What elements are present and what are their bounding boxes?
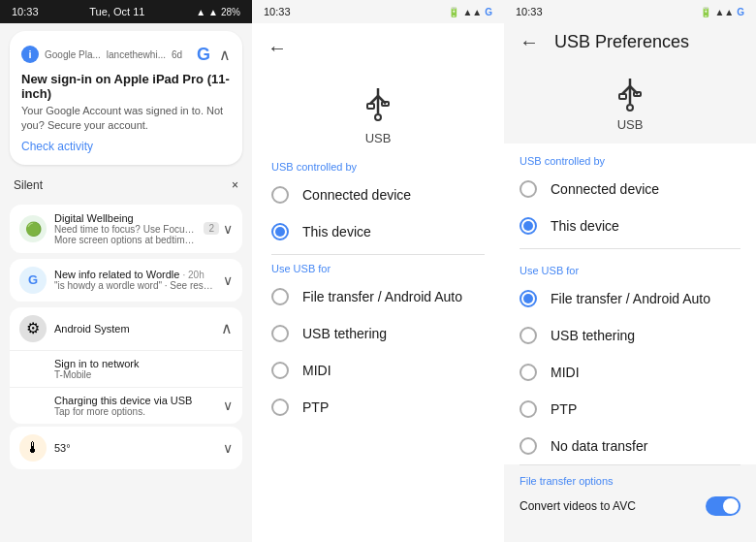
ptp-label-p3: PTP [551, 401, 577, 417]
android-system-title: Android System [54, 323, 213, 335]
this-device-circle-p2 [271, 223, 289, 240]
controlled-by-label-p3: USB controlled by [520, 143, 740, 171]
notifications-panel: 10:33 Tue, Oct 11 ▲ ▲ 28% i Google Pla..… [0, 0, 252, 542]
android-system-content: Android System [54, 323, 213, 335]
silent-header: Silent × [10, 173, 242, 198]
connected-device-radio-p3[interactable]: Connected device [520, 171, 740, 207]
divider-p2 [271, 254, 485, 255]
sign-in-network-item[interactable]: Sign in to network T-Mobile [10, 350, 242, 387]
time-label-p2: 10:33 [264, 6, 291, 17]
usb-prefs-panel2: 10:33 🔋 ▲▲ G ← USB USB controlled by Con… [252, 0, 504, 542]
connected-device-radio-p2[interactable]: Connected device [271, 176, 485, 213]
silent-close-icon[interactable]: × [232, 178, 238, 192]
usb-tethering-label-p3: USB tethering [551, 328, 635, 343]
this-device-radio-p2[interactable]: This device [271, 213, 485, 250]
usb-tethering-radio-p3[interactable]: USB tethering [520, 317, 740, 354]
file-transfer-options-link[interactable]: File transfer options [504, 465, 756, 491]
usb-content-p2: USB controlled by Connected device This … [252, 153, 504, 542]
panel3-title: USB Preferences [554, 32, 689, 52]
use-for-label-p2: Use USB for [271, 263, 485, 274]
wordle-title: New info related to Wordle · 20h [54, 269, 215, 280]
this-device-label-p2: This device [302, 224, 371, 239]
connected-device-circle-p3 [520, 180, 537, 198]
ptp-radio-p2[interactable]: PTP [271, 389, 485, 426]
notif-card-header: i Google Pla... lancethewhi... 6d G ∧ [21, 43, 231, 66]
status-bar-panel2: 10:33 🔋 ▲▲ G [252, 0, 504, 23]
digital-wellbeing-title: Digital Wellbeing [54, 212, 196, 224]
this-device-radio-p3[interactable]: This device [520, 207, 740, 244]
ptp-radio-p3[interactable]: PTP [520, 391, 740, 428]
wifi-icon: ▲ [196, 7, 205, 17]
usb-tethering-radio-p2[interactable]: USB tethering [271, 315, 485, 352]
wordle-icon: G [19, 267, 47, 294]
usb-tethering-circle-p3 [520, 327, 537, 344]
notif-sender: lancethewhi... [107, 49, 166, 60]
silent-label: Silent [14, 178, 43, 192]
digital-wellbeing-item[interactable]: 🟢 Digital Wellbeing Need time to focus? … [10, 205, 242, 253]
digital-wellbeing-meta: 2 ∨ [204, 221, 233, 237]
usb-icon-p2 [362, 86, 394, 121]
sign-in-network-title: Sign in to network [54, 358, 233, 369]
google-icon-p2: G [485, 7, 492, 17]
this-device-circle-p3 [520, 217, 537, 235]
back-button-p2[interactable]: ← [252, 23, 504, 67]
no-data-label-p3: No data transfer [551, 438, 647, 454]
midi-label-p3: MIDI [551, 365, 580, 380]
usb-prefs-panel3: 10:33 🔋 ▲▲ G ← USB Preferences USB USB c… [504, 0, 756, 542]
android-system-expand-icon[interactable]: ∧ [221, 319, 233, 337]
connected-device-label-p2: Connected device [302, 187, 411, 203]
google-notif-card[interactable]: i Google Pla... lancethewhi... 6d G ∧ Ne… [10, 31, 242, 165]
digital-wellbeing-expand-icon[interactable]: ∨ [223, 221, 233, 237]
time-label: 10:33 [12, 6, 39, 17]
no-data-circle-p3 [520, 437, 537, 455]
ptp-circle-p2 [271, 399, 289, 416]
divider-p3 [520, 248, 740, 249]
status-bar-panel1: 10:33 Tue, Oct 11 ▲ ▲ 28% [0, 0, 252, 23]
status-bar-panel3: 10:33 🔋 ▲▲ G [504, 0, 756, 23]
charging-usb-item[interactable]: Charging this device via USB Tap for mor… [10, 387, 242, 424]
temp-item[interactable]: 🌡 53° ∨ [10, 427, 242, 469]
panel3-header: ← USB Preferences [504, 23, 756, 61]
svg-point-5 [375, 114, 381, 120]
convert-toggle[interactable] [706, 496, 740, 516]
digital-wellbeing-icon: 🟢 [19, 215, 47, 242]
android-system-header[interactable]: ⚙ Android System ∧ [10, 307, 242, 350]
charging-usb-expand-icon[interactable]: ∨ [223, 398, 233, 413]
google-logo: G [192, 43, 215, 66]
svg-rect-9 [619, 94, 626, 99]
usb-icon-container-p2 [252, 67, 504, 131]
midi-radio-p2[interactable]: MIDI [271, 352, 485, 389]
signal-icon-p3: ▲▲ [714, 7, 734, 17]
temp-content: 53° [54, 442, 215, 454]
temp-expand-icon[interactable]: ∨ [223, 440, 233, 456]
digital-wellbeing-body2: More screen options at bedtime Bedtime..… [54, 235, 196, 245]
charging-usb-title: Charging this device via USB [54, 395, 192, 406]
this-device-label-p3: This device [551, 218, 619, 234]
signal-icon: ▲ [208, 7, 218, 17]
digital-wellbeing-badge: 2 [204, 222, 219, 235]
battery-label: 28% [221, 7, 240, 17]
status-icons: ▲ ▲ 28% [196, 7, 240, 17]
wordle-item[interactable]: G New info related to Wordle · 20h "is h… [10, 259, 242, 302]
digital-wellbeing-content: Digital Wellbeing Need time to focus? Us… [54, 212, 196, 245]
file-transfer-radio-p3[interactable]: File transfer / Android Auto [520, 280, 740, 317]
file-transfer-label-p2: File transfer / Android Auto [302, 289, 462, 304]
wordle-body: "is howdy a wordle word" · See results [54, 280, 215, 291]
notif-expand-icon[interactable]: ∧ [219, 46, 231, 64]
notif-card-body: Your Google Account was signed in to. No… [21, 104, 231, 134]
notif-card-link[interactable]: Check activity [21, 140, 231, 153]
android-system-icon: ⚙ [19, 315, 47, 342]
midi-radio-p3[interactable]: MIDI [520, 354, 740, 391]
no-data-radio-p3[interactable]: No data transfer [520, 428, 740, 464]
convert-videos-row: Convert videos to AVC [504, 491, 756, 522]
back-button-p3[interactable]: ← [520, 31, 539, 53]
wordle-expand-icon[interactable]: ∨ [223, 272, 233, 288]
file-transfer-radio-p2[interactable]: File transfer / Android Auto [271, 278, 485, 315]
controlled-by-label-p2: USB controlled by [271, 161, 485, 173]
settings-group-p3: USB controlled by Connected device This … [504, 143, 756, 464]
battery-icon-p2: 🔋 [448, 7, 459, 17]
wordle-content: New info related to Wordle · 20h "is how… [54, 269, 215, 291]
svg-point-11 [627, 105, 633, 111]
ptp-circle-p3 [520, 400, 537, 418]
svg-rect-3 [367, 104, 374, 109]
